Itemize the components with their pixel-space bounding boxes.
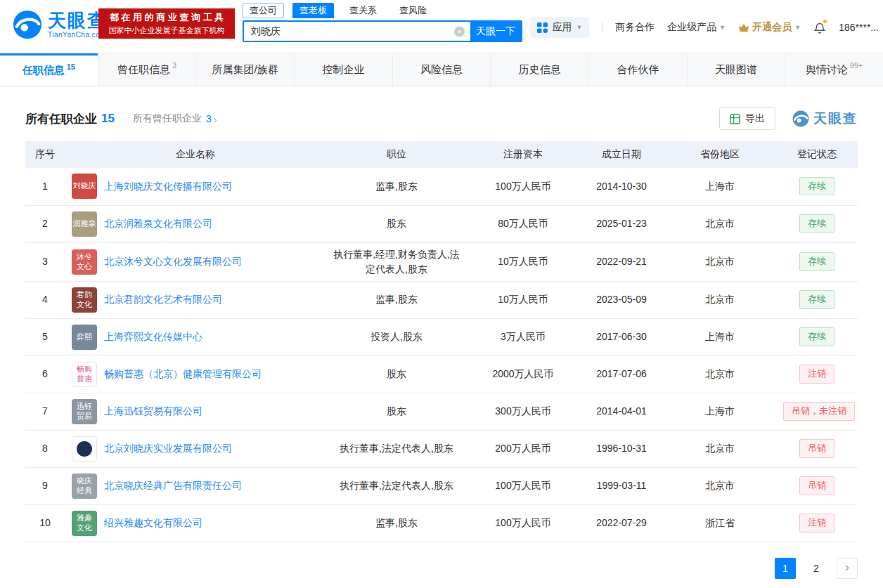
company-logo[interactable]: 迅钰贸易 [72, 399, 97, 424]
row-index: 5 [25, 318, 65, 355]
date-cell: 2014-10-30 [579, 168, 664, 205]
tab-history-info[interactable]: 历史信息 [490, 53, 588, 86]
tab-positions[interactable]: 任职信息15 [0, 53, 98, 86]
company-logo[interactable]: 雅趣文化 [72, 511, 97, 536]
tianyancha-logo[interactable]: 天眼查 TianYanCha.com [13, 10, 107, 39]
companies-tbody: 1 刘晓庆 上海刘晓庆文化传播有限公司 监事,股东 100万人民币 2014-1… [25, 168, 858, 542]
chevron-right-icon: › [214, 114, 217, 124]
company-link[interactable]: 上海弈熙文化传媒中心 [104, 329, 202, 344]
section-title: 所有任职企业 [25, 111, 97, 127]
table-row: 8 北京刘晓庆实业发展有限公司 执行董事,法定代表人,股东 200万人民币 19… [25, 430, 858, 467]
company-logo[interactable]: 畅购普惠 [72, 362, 97, 387]
tab-partners[interactable]: 合作伙伴 [588, 53, 687, 86]
page-tabs: 任职信息15 曾任职信息3 所属集团/族群 控制企业 风险信息 历史信息 合作伙… [0, 53, 883, 86]
row-index: 4 [25, 281, 65, 318]
tab-group-family[interactable]: 所属集团/族群 [195, 53, 294, 86]
capital-cell: 100万人民币 [467, 168, 579, 205]
company-logo[interactable]: 沐兮文心 [72, 249, 97, 275]
date-cell: 2014-04-01 [579, 393, 664, 430]
position-cell: 股东 [326, 393, 467, 430]
nav-enterprise-products[interactable]: 企业级产品 ▼ [667, 21, 726, 34]
row-index: 6 [25, 355, 65, 393]
company-link[interactable]: 畅购普惠（北京）健康管理有限公司 [104, 367, 262, 381]
company-logo[interactable]: 刘晓庆 [72, 174, 97, 199]
tab-count: 99+ [850, 61, 863, 70]
company-link[interactable]: 北京刘晓庆实业发展有限公司 [104, 441, 232, 456]
company-logo[interactable] [72, 436, 97, 462]
search-tab-boss[interactable]: 查老板 [292, 3, 334, 18]
column-header-index: 序号 [25, 141, 65, 168]
nav-open-vip[interactable]: 开通会员 ▼ [738, 21, 801, 34]
row-index: 7 [25, 393, 65, 430]
export-button[interactable]: 导出 [719, 107, 775, 130]
table-row: 10 雅趣文化 绍兴雅趣文化有限公司 监事,股东 100万人民币 2022-07… [25, 504, 858, 542]
search-box: × 天眼一下 [243, 20, 522, 42]
column-header-capital: 注册资本 [467, 141, 579, 168]
company-logo[interactable]: 晓庆经典 [72, 473, 97, 499]
next-page-button[interactable]: › [837, 558, 858, 579]
region-cell: 北京市 [664, 467, 776, 504]
search-tab-relation[interactable]: 查关系 [342, 3, 384, 18]
notification-dot [823, 19, 827, 24]
region-cell: 北京市 [664, 281, 776, 318]
company-link[interactable]: 北京君韵文化艺术有限公司 [104, 292, 222, 307]
row-index: 10 [25, 504, 65, 542]
nav-business-cooperation[interactable]: 商务合作 [615, 21, 655, 34]
region-cell: 北京市 [664, 205, 776, 242]
tab-graph[interactable]: 天眼图谱 [687, 53, 785, 86]
tab-former-positions[interactable]: 曾任职信息3 [98, 53, 196, 86]
date-cell: 2023-05-09 [579, 281, 664, 318]
company-logo[interactable]: 润雅泉 [72, 211, 97, 237]
status-badge: 存续 [799, 327, 834, 346]
promo-banner-line1: 都 在 用 的 商 业 查 询 工 具 [104, 11, 229, 24]
date-cell: 2025-01-23 [579, 205, 664, 242]
tab-label: 天眼图谱 [715, 63, 757, 77]
region-cell: 北京市 [664, 355, 776, 393]
position-cell: 执行董事,法定代表人,股东 [326, 430, 467, 467]
company-link[interactable]: 上海迅钰贸易有限公司 [104, 404, 202, 419]
table-row: 5 弈熙 上海弈熙文化传媒中心 投资人,股东 3万人民币 2017-06-30 … [25, 318, 858, 355]
clear-icon[interactable]: × [454, 26, 465, 37]
company-link[interactable]: 北京沐兮文心文化发展有限公司 [104, 254, 242, 269]
chevron-down-icon: ▼ [719, 24, 726, 31]
search-input[interactable] [244, 22, 470, 41]
account-phone[interactable]: 186****... [839, 22, 879, 33]
company-link[interactable]: 绍兴雅趣文化有限公司 [104, 516, 202, 530]
column-header-company: 企业名称 [65, 141, 326, 168]
tab-controlled-companies[interactable]: 控制企业 [294, 53, 392, 86]
search-button[interactable]: 天眼一下 [470, 22, 521, 41]
status-badge: 存续 [799, 177, 834, 195]
page-button-2[interactable]: 2 [806, 558, 827, 579]
table-row: 2 润雅泉 北京润雅泉文化有限公司 股东 80万人民币 2025-01-23 北… [25, 205, 858, 242]
promo-banner[interactable]: 都 在 用 的 商 业 查 询 工 具 国家中小企业发展子基金旗下机构 [98, 8, 235, 39]
row-index: 3 [25, 242, 65, 281]
region-cell: 浙江省 [664, 504, 776, 542]
pagination: 1 2 › [25, 558, 858, 579]
search-area: 查公司 查老板 查关系 查风险 × 天眼一下 [243, 3, 522, 42]
capital-cell: 3万人民币 [467, 318, 579, 355]
table-row: 3 沐兮文心 北京沐兮文心文化发展有限公司 执行董事,经理,财务负责人,法定代表… [25, 242, 858, 281]
tab-public-opinion[interactable]: 舆情讨论99+ [785, 53, 883, 86]
capital-cell: 80万人民币 [467, 205, 579, 242]
apps-menu[interactable]: 应用 ▼ [530, 17, 589, 38]
company-link[interactable]: 北京晓庆经典广告有限责任公司 [104, 478, 242, 493]
search-tab-risk[interactable]: 查风险 [392, 3, 434, 18]
position-cell: 股东 [326, 355, 467, 393]
status-badge: 存续 [799, 214, 834, 233]
position-cell: 投资人,股东 [326, 318, 467, 355]
status-badge: 吊销 [799, 439, 834, 457]
date-cell: 2022-07-29 [579, 504, 664, 542]
page-button-1[interactable]: 1 [775, 558, 796, 579]
watermark-text: 天眼查 [813, 110, 858, 128]
notification-bell[interactable] [813, 21, 826, 34]
company-link[interactable]: 北京润雅泉文化有限公司 [104, 216, 212, 231]
company-link[interactable]: 上海刘晓庆文化传播有限公司 [104, 179, 232, 194]
former-positions-link[interactable]: 所有曾任职企业 3 › [133, 112, 217, 125]
company-logo[interactable]: 弈熙 [72, 325, 97, 350]
tianyancha-logo-icon [13, 10, 42, 39]
search-tab-company[interactable]: 查公司 [243, 3, 284, 18]
tab-label: 合作伙伴 [617, 63, 659, 77]
tab-risk-info[interactable]: 风险信息 [392, 53, 491, 86]
region-cell: 上海市 [664, 168, 776, 205]
company-logo[interactable]: 君韵文化 [72, 287, 97, 313]
